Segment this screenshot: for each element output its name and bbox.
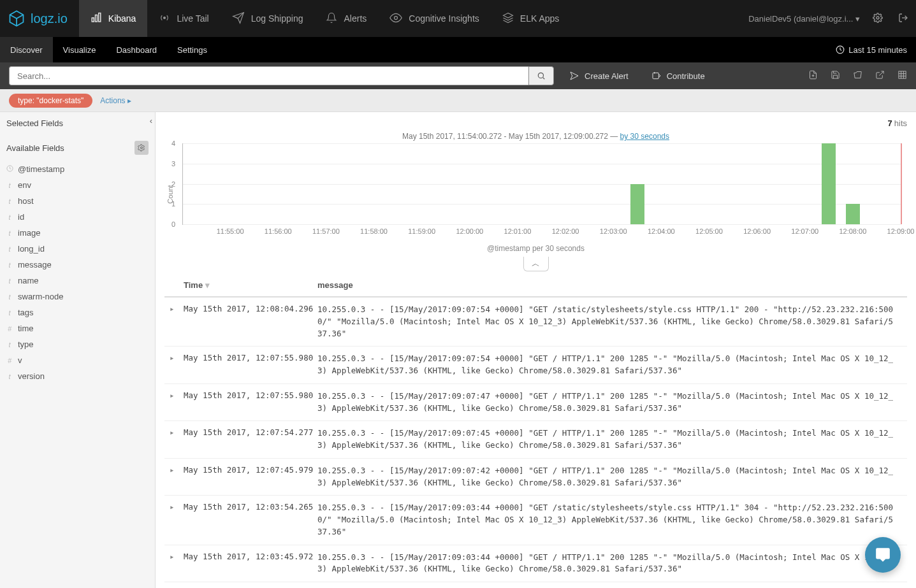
contribute-button[interactable]: Contribute — [644, 71, 713, 81]
expand-row[interactable]: ▸ — [170, 353, 184, 377]
svg-line-16 — [879, 71, 883, 76]
table-row: ▸May 15th 2017, 12:07:55.98010.255.0.3 -… — [164, 347, 907, 384]
svg-marker-7 — [503, 13, 513, 18]
sidebar-collapse[interactable]: ‹ — [150, 116, 152, 125]
field-host[interactable]: thost — [0, 193, 155, 209]
tab-discover[interactable]: Discover — [0, 37, 53, 62]
chevron-up-icon: ︿ — [532, 259, 540, 268]
cell-message: 10.255.0.3 - - [15/May/2017:09:07:47 +00… — [317, 391, 894, 415]
search-icon — [537, 71, 546, 80]
field-type-icon: t — [6, 293, 13, 301]
field-message[interactable]: tmessage — [0, 257, 155, 273]
clock-icon — [836, 45, 845, 54]
svg-point-22 — [141, 147, 143, 149]
expand-row[interactable]: ▸ — [170, 391, 184, 415]
cell-message: 10.255.0.3 - - [15/May/2017:09:07:54 +00… — [317, 353, 894, 377]
field-name[interactable]: tname — [0, 273, 155, 289]
eye-icon — [389, 11, 402, 26]
nav-alerts[interactable]: Alerts — [314, 0, 378, 37]
chat-icon — [875, 547, 891, 563]
histogram-bar[interactable] — [846, 204, 860, 224]
svg-rect-2 — [92, 18, 94, 22]
search-button[interactable] — [528, 66, 554, 85]
field-type-icon: t — [6, 245, 13, 253]
cell-message: 10.255.0.3 - - [15/May/2017:09:07:54 +00… — [317, 304, 894, 340]
field-v[interactable]: #v — [0, 352, 155, 368]
grid-icon[interactable] — [898, 70, 907, 82]
time-picker[interactable]: Last 15 minutes — [827, 45, 916, 55]
new-icon[interactable] — [808, 70, 818, 82]
field-swarm-node[interactable]: tswarm-node — [0, 289, 155, 305]
cell-message: 10.255.0.3 - - [15/May/2017:09:03:44 +00… — [317, 502, 894, 538]
sort-desc-icon: ▾ — [205, 280, 210, 290]
brand-logo[interactable]: logz.io — [0, 10, 79, 27]
nav-elk-apps[interactable]: ELK Apps — [491, 0, 571, 37]
settings-icon[interactable] — [865, 13, 891, 25]
field-env[interactable]: tenv — [0, 177, 155, 193]
log-table: Time ▾ message ▸May 15th 2017, 12:08:04.… — [164, 275, 907, 582]
expand-row[interactable]: ▸ — [170, 502, 184, 538]
col-message-header[interactable]: message — [317, 280, 353, 290]
field-time[interactable]: #time — [0, 320, 155, 336]
logz-icon — [8, 10, 25, 27]
create-alert-button[interactable]: Create Alert — [562, 71, 636, 81]
nav-cognitive-insights[interactable]: Cognitive Insights — [378, 0, 491, 37]
svg-point-8 — [876, 17, 879, 19]
cell-time: May 15th 2017, 12:03:45.972 — [184, 552, 317, 576]
field-long_id[interactable]: tlong_id — [0, 241, 155, 257]
field-type-icon: # — [6, 357, 13, 364]
field-tags[interactable]: ttags — [0, 305, 155, 320]
nav-kibana[interactable]: Kibana — [79, 0, 148, 37]
search-input[interactable] — [9, 66, 528, 85]
query-bar: Create Alert Contribute — [0, 62, 916, 89]
logout-icon[interactable] — [891, 13, 916, 25]
brand-text: logz.io — [31, 11, 68, 26]
radio-icon — [159, 12, 170, 25]
collapse-histogram[interactable]: ︿ — [523, 257, 549, 271]
table-row: ▸May 15th 2017, 12:07:45.97910.255.0.3 -… — [164, 459, 907, 496]
kibana-tabs-bar: DiscoverVisualizeDashboardSettings Last … — [0, 37, 916, 62]
fields-settings-button[interactable] — [134, 141, 149, 155]
expand-row[interactable]: ▸ — [170, 465, 184, 489]
histogram-bar[interactable] — [630, 184, 644, 225]
nav-log-shipping[interactable]: Log Shipping — [221, 0, 315, 37]
save-icon[interactable] — [831, 70, 840, 82]
expand-row[interactable]: ▸ — [170, 552, 184, 576]
cell-message: 10.255.0.3 - - [15/May/2017:09:07:45 +00… — [317, 427, 894, 452]
tab-dashboard[interactable]: Dashboard — [106, 37, 167, 62]
x-axis-label: @timestamp per 30 seconds — [164, 244, 907, 253]
field-type-icon: # — [6, 325, 13, 333]
histogram-bar[interactable] — [822, 143, 836, 224]
filter-pill[interactable]: type: "docker-stats" — [9, 94, 92, 108]
expand-row[interactable]: ▸ — [170, 304, 184, 340]
field-timestamp[interactable]: @timestamp — [0, 161, 155, 177]
filter-actions[interactable]: Actions ▸ — [100, 96, 131, 105]
selected-fields-header: Selected Fields — [6, 118, 63, 128]
expand-row[interactable]: ▸ — [170, 427, 184, 452]
open-icon[interactable] — [853, 70, 862, 82]
histogram-caption: May 15th 2017, 11:54:00.272 - May 15th 2… — [164, 132, 907, 141]
main-layout: ‹ Selected Fields Available Fields @time… — [0, 112, 916, 588]
svg-rect-4 — [99, 13, 101, 22]
svg-rect-13 — [653, 73, 658, 78]
interval-link[interactable]: by 30 seconds — [620, 132, 669, 141]
share-icon[interactable] — [875, 70, 885, 82]
field-type-icon: t — [6, 182, 13, 189]
field-id[interactable]: tid — [0, 209, 155, 225]
search-box — [9, 66, 554, 85]
svg-rect-3 — [95, 15, 97, 22]
field-image[interactable]: timage — [0, 225, 155, 241]
user-menu[interactable]: DanielDev5 (daniel@logz.i... ▾ — [743, 14, 865, 24]
cell-time: May 15th 2017, 12:07:54.277 — [184, 427, 317, 452]
table-row: ▸May 15th 2017, 12:03:54.26510.255.0.3 -… — [164, 496, 907, 545]
chat-launcher[interactable] — [865, 537, 901, 573]
histogram-chart[interactable]: Count 01234 11:55:0011:56:0011:57:0011:5… — [164, 143, 907, 245]
field-version[interactable]: tversion — [0, 368, 155, 384]
field-type-icon: t — [6, 213, 13, 221]
field-type[interactable]: ttype — [0, 336, 155, 352]
field-type-icon — [6, 165, 13, 173]
tab-settings[interactable]: Settings — [167, 37, 217, 62]
nav-live-tail[interactable]: Live Tail — [147, 0, 220, 37]
col-time-header[interactable]: Time ▾ — [184, 280, 317, 290]
tab-visualize[interactable]: Visualize — [53, 37, 106, 62]
